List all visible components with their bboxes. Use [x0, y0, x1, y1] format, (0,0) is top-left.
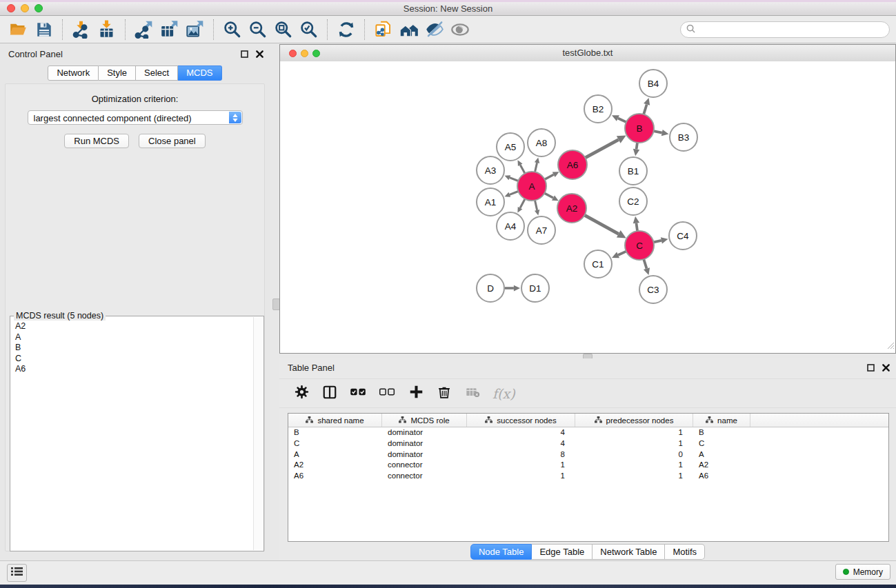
birds-eye-view-button[interactable]	[447, 18, 472, 41]
hide-graphics-details-button[interactable]	[421, 18, 447, 41]
zoom-out-button[interactable]	[245, 18, 270, 41]
cell-shared-name[interactable]: A2	[288, 460, 382, 471]
close-panel-button[interactable]: Close panel	[139, 134, 206, 148]
cell-successor-nodes[interactable]: 8	[467, 449, 575, 460]
zoom-window-button[interactable]	[34, 4, 43, 12]
cell-shared-name[interactable]: B	[288, 427, 382, 438]
node-A[interactable]: A	[517, 172, 546, 201]
select-all-columns-button[interactable]	[350, 384, 367, 403]
open-recent-button[interactable]	[396, 18, 421, 41]
run-mcds-button[interactable]: Run MCDS	[64, 134, 129, 148]
tab-style[interactable]: Style	[99, 65, 136, 81]
cell-MCDS-role[interactable]: connector	[382, 460, 467, 471]
node-C4[interactable]: C4	[669, 222, 697, 250]
cell-MCDS-role[interactable]: dominator	[382, 427, 467, 438]
unselect-all-columns-button[interactable]	[379, 384, 396, 403]
node-A2[interactable]: A2	[557, 194, 586, 223]
node-D1[interactable]: D1	[521, 274, 549, 302]
mcds-result-item[interactable]: A6	[11, 364, 253, 375]
node-C[interactable]: C	[625, 231, 654, 260]
search-input[interactable]	[699, 23, 889, 37]
cell-predecessor-nodes[interactable]: 1	[575, 460, 693, 471]
edge-B-B4[interactable]	[644, 98, 650, 114]
cell-name[interactable]: B	[693, 427, 750, 438]
cell-predecessor-nodes[interactable]: 1	[575, 427, 693, 438]
node-A5[interactable]: A5	[497, 133, 524, 161]
memory-button[interactable]: Memory	[835, 564, 890, 580]
zoom-in-button[interactable]	[219, 18, 245, 41]
delete-table-button[interactable]	[464, 384, 481, 403]
node-B4[interactable]: B4	[639, 70, 667, 97]
cell-shared-name[interactable]: A	[288, 449, 382, 460]
cell-name[interactable]: C	[693, 438, 750, 449]
table-settings-button[interactable]	[293, 384, 310, 403]
mcds-result-item[interactable]: B	[11, 343, 253, 354]
cell-successor-nodes[interactable]: 1	[467, 471, 575, 482]
criterion-select[interactable]: largest connected component (directed)	[28, 110, 243, 125]
float-panel-icon[interactable]	[241, 50, 248, 58]
edge-A-A5[interactable]	[518, 160, 525, 173]
cell-successor-nodes[interactable]: 1	[467, 460, 575, 471]
tab-network[interactable]: Network	[48, 65, 99, 81]
edge-A-A1[interactable]	[505, 192, 519, 197]
node-B1[interactable]: B1	[619, 157, 647, 185]
cell-shared-name[interactable]: C	[288, 438, 382, 449]
table-row[interactable]: Bdominator41B	[288, 427, 888, 438]
show-columns-button[interactable]	[321, 384, 338, 403]
column-header-MCDS-role[interactable]: MCDS role	[382, 414, 467, 427]
delete-columns-button[interactable]	[436, 384, 452, 403]
cell-predecessor-nodes[interactable]: 0	[575, 449, 693, 460]
table-row[interactable]: A2connector11A2	[288, 460, 888, 471]
cell-predecessor-nodes[interactable]: 1	[575, 471, 693, 482]
float-table-panel-icon[interactable]	[867, 364, 875, 372]
import-table-button[interactable]	[94, 18, 119, 41]
cell-successor-nodes[interactable]: 4	[467, 438, 575, 449]
node-A6[interactable]: A6	[558, 150, 587, 179]
cell-predecessor-nodes[interactable]: 1	[575, 438, 693, 449]
edge-A6-B[interactable]	[585, 136, 626, 158]
edge-B-B2[interactable]	[612, 115, 626, 122]
refresh-button[interactable]	[333, 18, 359, 41]
node-D[interactable]: D	[477, 274, 504, 302]
cell-successor-nodes[interactable]: 4	[467, 427, 575, 438]
function-builder-button[interactable]: f(x)	[492, 384, 515, 403]
minimize-window-button[interactable]	[21, 4, 29, 12]
edge-B-B1[interactable]	[633, 143, 639, 156]
cell-name[interactable]: A6	[693, 471, 750, 482]
network-minimize-button[interactable]	[301, 50, 308, 57]
node-C1[interactable]: C1	[584, 250, 612, 278]
cell-name[interactable]: A	[693, 449, 750, 460]
edge-A2-C[interactable]	[584, 215, 626, 238]
tab-node-table[interactable]: Node Table	[470, 544, 532, 560]
network-window-titlebar[interactable]: testGlobe.txt	[280, 45, 895, 62]
network-close-button[interactable]	[289, 50, 297, 57]
create-column-button[interactable]	[408, 384, 424, 403]
cell-shared-name[interactable]: A6	[288, 471, 382, 482]
window-resize-grip[interactable]	[886, 340, 895, 352]
node-A7[interactable]: A7	[528, 216, 555, 244]
mcds-result-item[interactable]: C	[11, 354, 253, 365]
edge-C-C1[interactable]	[612, 252, 626, 258]
open-file-button[interactable]	[6, 18, 31, 41]
table-row[interactable]: A6connector11A6	[288, 471, 888, 482]
table-row[interactable]: Cdominator41C	[288, 438, 888, 449]
cell-MCDS-role[interactable]: dominator	[382, 449, 467, 460]
export-image-button[interactable]	[182, 18, 208, 41]
export-network-button[interactable]	[131, 18, 157, 41]
edge-A-A6[interactable]	[545, 172, 559, 179]
tab-motifs[interactable]: Motifs	[665, 544, 705, 560]
clone-network-button[interactable]	[370, 18, 396, 41]
edge-A-A7[interactable]	[535, 201, 539, 216]
node-A4[interactable]: A4	[497, 212, 524, 240]
edge-C-C3[interactable]	[644, 259, 650, 275]
close-panel-icon[interactable]	[256, 50, 263, 58]
zoom-selected-button[interactable]	[296, 18, 321, 41]
cell-MCDS-role[interactable]: dominator	[382, 438, 467, 449]
tab-edge-table[interactable]: Edge Table	[532, 544, 593, 560]
cell-MCDS-role[interactable]: connector	[382, 471, 467, 482]
tab-network-table[interactable]: Network Table	[593, 544, 665, 560]
network-canvas[interactable]: B4B2BB3A8A5A6A3B1AC2A1A2A4A7C4CC1DD1C3	[280, 61, 895, 353]
edge-C-C2[interactable]	[633, 216, 639, 231]
mcds-result-item[interactable]: A2	[11, 321, 253, 332]
search-box[interactable]	[680, 21, 890, 38]
